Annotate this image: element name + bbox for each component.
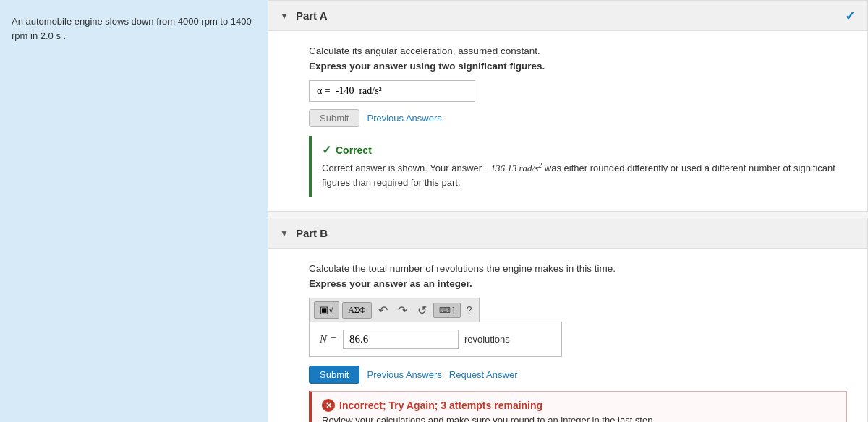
part-a-title: Part A bbox=[296, 9, 328, 22]
part-b-toolbar: ▣√ ΑΣΦ ↶ ↷ ↺ ⌨ ] ? bbox=[309, 298, 480, 322]
part-a-check-icon: ✓ bbox=[322, 143, 331, 157]
part-a-correct-checkmark: ✓ bbox=[845, 8, 856, 24]
toolbar-greek-label: ΑΣΦ bbox=[348, 305, 365, 316]
part-b-submit-button[interactable]: Submit bbox=[309, 366, 359, 384]
part-a-body: Calculate its angular acceleration, assu… bbox=[268, 31, 867, 211]
toolbar-redo-btn[interactable]: ↷ bbox=[394, 302, 411, 319]
toolbar-refresh-btn[interactable]: ↺ bbox=[414, 302, 430, 319]
part-b-body: Calculate the total number of revolution… bbox=[268, 249, 867, 422]
part-b-title: Part B bbox=[296, 227, 328, 239]
part-a-math-value: −136.13 rad/s2 bbox=[485, 163, 542, 173]
part-a-submit-row: Submit Previous Answers bbox=[309, 109, 847, 127]
part-b-editor: ▣√ ΑΣΦ ↶ ↷ ↺ ⌨ ] ? N = revolutions bbox=[309, 298, 562, 357]
part-a-feedback-title: Correct bbox=[336, 145, 372, 156]
toolbar-sqrt-icon: ▣√ bbox=[320, 304, 333, 316]
part-a-submit-button[interactable]: Submit bbox=[309, 109, 359, 127]
part-b-prev-answers-link[interactable]: Previous Answers bbox=[367, 369, 441, 380]
toolbar-help-btn[interactable]: ? bbox=[464, 303, 475, 317]
part-a-collapse-arrow[interactable]: ▼ bbox=[280, 11, 289, 21]
problem-sidebar: An automobile engine slows down from 400… bbox=[0, 0, 268, 422]
part-b-input[interactable] bbox=[343, 330, 459, 349]
part-a-feedback-header: ✓ Correct bbox=[322, 143, 837, 157]
part-a-input[interactable] bbox=[309, 80, 475, 102]
part-a-instruction: Calculate its angular acceleration, assu… bbox=[309, 46, 847, 56]
part-b-feedback-header: ✕ Incorrect; Try Again; 3 attempts remai… bbox=[322, 399, 836, 412]
part-b-request-answer-link[interactable]: Request Answer bbox=[449, 369, 518, 380]
part-b-input-row: N = revolutions bbox=[320, 330, 551, 349]
problem-text: An automobile engine slows down from 400… bbox=[12, 16, 252, 41]
part-b-section: ▼ Part B Calculate the total number of r… bbox=[268, 218, 868, 422]
part-b-feedback-box: ✕ Incorrect; Try Again; 3 attempts remai… bbox=[309, 391, 847, 422]
part-b-unit: revolutions bbox=[464, 334, 510, 345]
part-a-prev-answers-link[interactable]: Previous Answers bbox=[367, 113, 441, 124]
part-a-header: ▼ Part A ✓ bbox=[268, 1, 867, 31]
part-b-submit-row: Submit Previous Answers Request Answer bbox=[309, 366, 847, 384]
part-a-feedback-text: Correct answer is shown. Your answer −13… bbox=[322, 160, 837, 189]
toolbar-greek-btn[interactable]: ΑΣΦ bbox=[342, 302, 371, 319]
part-a-section: ▼ Part A ✓ Calculate its angular acceler… bbox=[268, 0, 868, 212]
toolbar-sqrt-btn[interactable]: ▣√ bbox=[314, 301, 339, 319]
part-b-input-label: N = bbox=[320, 333, 337, 345]
part-b-bold-instruction: Express your answer as an integer. bbox=[309, 278, 847, 289]
part-a-bold-instruction: Express your answer using two significan… bbox=[309, 61, 847, 72]
part-b-header: ▼ Part B bbox=[268, 218, 867, 249]
toolbar-keyboard-btn[interactable]: ⌨ ] bbox=[433, 303, 461, 318]
toolbar-undo-btn[interactable]: ↶ bbox=[375, 302, 391, 319]
part-a-input-row bbox=[309, 80, 847, 102]
part-a-feedback-box: ✓ Correct Correct answer is shown. Your … bbox=[309, 136, 847, 197]
part-b-collapse-arrow[interactable]: ▼ bbox=[280, 228, 289, 238]
part-b-feedback-title: Incorrect; Try Again; 3 attempts remaini… bbox=[339, 400, 542, 411]
part-b-input-area: N = revolutions bbox=[309, 322, 562, 357]
main-content: ▼ Part A ✓ Calculate its angular acceler… bbox=[268, 0, 868, 422]
part-b-x-icon: ✕ bbox=[322, 399, 335, 412]
part-b-instruction: Calculate the total number of revolution… bbox=[309, 263, 847, 274]
part-b-feedback-text: Review your calculations and make sure y… bbox=[322, 415, 836, 422]
